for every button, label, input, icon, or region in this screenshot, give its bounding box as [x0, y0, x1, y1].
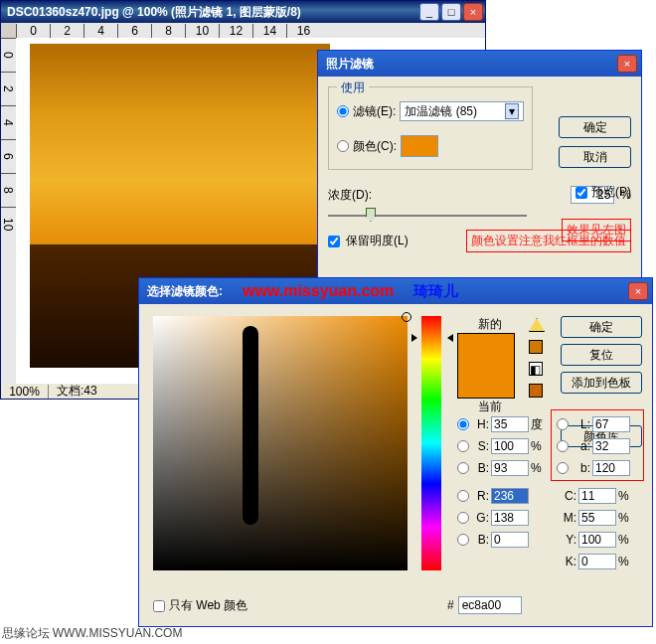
picker-title: 选择滤镜颜色: www.missyuan.com 琦琦儿 [139, 282, 628, 301]
current-color-swatch[interactable] [458, 366, 514, 398]
websafe-warning-icon[interactable]: ◧ [529, 362, 543, 376]
gamut-warning-icon[interactable] [529, 318, 545, 332]
ruler-horizontal: 0246810121416 [16, 23, 485, 38]
filter-title-bar[interactable]: 照片滤镜 × [318, 51, 641, 77]
h-radio[interactable] [457, 418, 469, 430]
picker-reset-button[interactable]: 复位 [561, 344, 642, 366]
k-input[interactable] [578, 554, 616, 569]
picker-title-bar[interactable]: 选择滤镜颜色: www.missyuan.com 琦琦儿 × [139, 278, 652, 304]
bv-radio[interactable] [457, 534, 469, 546]
page-credit: 思缘论坛 WWW.MISSYUAN.COM [2, 625, 182, 642]
web-colors-label: 只有 Web 颜色 [169, 597, 247, 614]
zoom-level[interactable]: 100% [1, 385, 49, 399]
color-radio[interactable] [337, 140, 349, 152]
a-radio[interactable] [557, 440, 569, 452]
c-input[interactable] [578, 488, 616, 504]
watermark-name: 琦琦儿 [413, 282, 458, 301]
doc-title: DSC01360sz470.jpg @ 100% (照片滤镜 1, 图层蒙版/8… [3, 4, 419, 21]
s-input[interactable] [491, 438, 529, 454]
blue-input[interactable] [491, 532, 529, 548]
color-radio-label: 颜色(C): [353, 138, 397, 155]
filter-select[interactable]: 加温滤镜 (85) ▾ [400, 101, 524, 121]
picker-close-button[interactable]: × [628, 282, 648, 300]
maximize-button[interactable]: □ [441, 3, 461, 21]
preserve-luminosity-checkbox[interactable] [328, 236, 340, 247]
ruler-vertical: 0246810 [1, 38, 16, 384]
lab-b-radio[interactable] [557, 462, 569, 474]
ok-button[interactable]: 确定 [559, 116, 631, 138]
color-field[interactable] [153, 316, 408, 570]
brush-overlay [243, 326, 258, 525]
add-to-swatches-button[interactable]: 添加到色板 [561, 372, 642, 394]
y-input[interactable] [578, 532, 616, 548]
b-radio[interactable] [457, 462, 469, 474]
preserve-luminosity-label: 保留明度(L) [346, 233, 409, 249]
l-radio[interactable] [557, 418, 569, 430]
watermark-url: www.missyuan.com [243, 282, 394, 300]
doc-info: 文档:43 [49, 383, 97, 400]
filter-close-button[interactable]: × [617, 55, 637, 73]
hex-label: # [447, 598, 454, 612]
preview-checkbox[interactable] [575, 187, 587, 199]
effect-note: 效果见左图 [562, 219, 631, 242]
g-input[interactable] [491, 510, 529, 526]
density-label: 浓度(D): [328, 187, 372, 204]
doc-title-bar[interactable]: DSC01360sz470.jpg @ 100% (照片滤镜 1, 图层蒙版/8… [1, 1, 485, 23]
lab-b-input[interactable] [592, 460, 630, 476]
color-picker-dialog: 选择滤镜颜色: www.missyuan.com 琦琦儿 × 新的 当前 ◧ 确… [138, 277, 653, 627]
m-input[interactable] [578, 510, 616, 526]
slider-thumb[interactable] [366, 208, 376, 222]
use-legend: 使用 [337, 80, 369, 96]
websafe-swatch[interactable] [529, 384, 543, 398]
minimize-button[interactable]: _ [419, 3, 439, 21]
r-radio[interactable] [457, 490, 469, 502]
color-swatch[interactable] [401, 135, 438, 157]
filter-radio[interactable] [337, 105, 349, 117]
color-value-fields: H:度 S:% B:% R: G: B: L: a: b: C:% M:% Y:… [457, 413, 641, 572]
hex-input[interactable] [458, 596, 522, 614]
chevron-down-icon: ▾ [505, 103, 519, 119]
web-colors-checkbox[interactable] [153, 600, 165, 612]
h-input[interactable] [491, 416, 529, 432]
preview-label: 预览(P) [591, 184, 631, 201]
brightness-input[interactable] [491, 460, 529, 476]
l-input[interactable] [592, 416, 630, 432]
color-field-cursor[interactable] [402, 312, 411, 322]
new-label: 新的 [457, 316, 523, 333]
picker-ok-button[interactable]: 确定 [561, 316, 642, 338]
color-preview: 新的 当前 [457, 316, 523, 415]
gamut-swatch[interactable] [529, 340, 543, 354]
close-button[interactable]: × [463, 3, 483, 21]
filter-radio-label: 滤镜(E): [353, 103, 396, 120]
cancel-button[interactable]: 取消 [559, 146, 631, 168]
new-color-swatch[interactable] [458, 334, 514, 366]
r-input[interactable] [491, 488, 529, 504]
s-radio[interactable] [457, 440, 469, 452]
filter-select-value: 加温滤镜 (85) [405, 103, 477, 120]
filter-title: 照片滤镜 [318, 56, 617, 73]
density-slider[interactable] [328, 208, 527, 224]
a-input[interactable] [592, 438, 630, 454]
g-radio[interactable] [457, 512, 469, 524]
use-fieldset: 使用 滤镜(E): 加温滤镜 (85) ▾ 颜色(C): [328, 86, 533, 170]
